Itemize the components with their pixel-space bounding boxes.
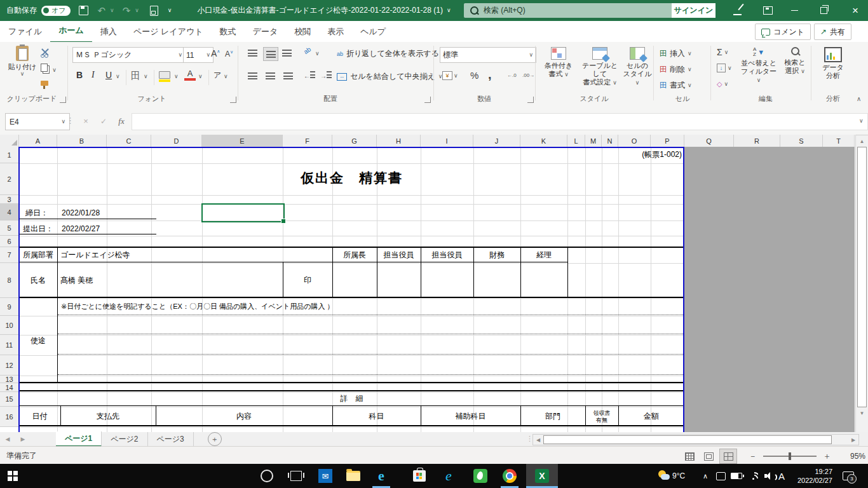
fill-color-button[interactable] (159, 71, 170, 82)
align-right-button[interactable] (283, 72, 293, 79)
find-select-button[interactable]: 検索と 選択 ∨ (782, 47, 808, 75)
cancel-button[interactable]: × (78, 113, 94, 129)
ink-icon[interactable] (724, 0, 750, 21)
cell-styles-button[interactable]: セルの スタイル ∨ (623, 47, 652, 86)
increase-indent-button[interactable]: → (320, 71, 332, 79)
redo-dropdown-icon[interactable]: ∨ (135, 8, 139, 13)
cell-detail-header-account[interactable]: 科目 (332, 407, 421, 426)
minimize-button[interactable] (782, 0, 807, 21)
cell-submit-label[interactable]: 提出日： (23, 222, 53, 236)
expand-formula-bar-icon[interactable]: ∨ (859, 118, 864, 124)
store-button[interactable] (407, 464, 432, 488)
cell-name-label[interactable]: 氏名 (19, 263, 57, 298)
column-header-B[interactable]: B (57, 135, 107, 147)
cell-detail-header-amount[interactable]: 金額 (618, 407, 684, 426)
wrap-text-button[interactable]: ab 折り返して全体を表示する (337, 48, 439, 59)
sheet-tab-page2[interactable]: ページ2 (102, 432, 147, 446)
task-view-button[interactable] (283, 464, 309, 488)
column-header-L[interactable]: L (567, 135, 585, 147)
page-layout-view-button[interactable] (700, 449, 717, 463)
save-icon[interactable] (79, 6, 88, 15)
cell-form-code[interactable]: (帳票1-002) (543, 149, 682, 159)
font-family-select[interactable]: ＭＳ Ｐゴシック ∨ (72, 47, 186, 63)
tray-overflow-icon[interactable]: ∧ (698, 464, 713, 488)
chrome-button[interactable] (497, 464, 522, 488)
tab-home[interactable]: ホーム (50, 20, 92, 43)
row-header-5[interactable]: 5 (0, 220, 19, 236)
zoom-slider-thumb[interactable] (789, 452, 791, 460)
tab-help[interactable]: ヘルプ (352, 21, 394, 42)
row-header-7[interactable]: 7 (0, 247, 19, 263)
cell-usage-label[interactable]: 使途 (19, 298, 57, 383)
cell-closing-date[interactable]: 2022/01/28 (62, 206, 100, 220)
comma-style-button[interactable]: , (488, 67, 492, 82)
conditional-formatting-button[interactable]: 条件付き 書式 ∨ (540, 47, 577, 78)
internet-explorer-button[interactable]: e (436, 464, 461, 488)
column-header-P[interactable]: P (651, 135, 684, 147)
cell-detail-header-subaccount[interactable]: 補助科目 (421, 407, 520, 426)
close-button[interactable]: × (843, 0, 868, 21)
row-header-10[interactable]: 10 (0, 316, 19, 335)
number-dialog-launcher[interactable] (527, 97, 534, 103)
tab-file[interactable]: ファイル (0, 21, 50, 42)
battery-icon[interactable] (728, 464, 745, 488)
action-center-icon[interactable]: 3 (837, 464, 859, 488)
enter-button[interactable]: ✓ (95, 113, 112, 129)
excel-taskbar-button[interactable]: X (526, 464, 558, 488)
zoom-slider[interactable] (763, 456, 817, 457)
shrink-font-button[interactable]: A∨ (225, 50, 233, 58)
tab-insert[interactable]: 挿入 (92, 21, 125, 42)
font-size-select[interactable]: 11 ∨ (183, 47, 214, 63)
row-header-2[interactable]: 2 (0, 163, 19, 195)
cell-name-value[interactable]: 髙橋 美穂 (60, 263, 93, 298)
vertical-scrollbar[interactable]: ▲ ▼ (855, 135, 868, 433)
signin-button[interactable]: サインイン (672, 3, 715, 18)
redo-icon[interactable]: ↷ (123, 5, 131, 17)
align-left-button[interactable] (248, 72, 257, 79)
column-header-O[interactable]: O (618, 135, 651, 147)
scroll-down-icon[interactable]: ▼ (856, 407, 868, 419)
vertical-scroll-thumb[interactable] (857, 147, 867, 407)
row-header-3[interactable]: 3 (0, 195, 19, 204)
row-header-4[interactable]: 4 (0, 204, 20, 220)
cell-detail-title[interactable]: 詳 細 (19, 391, 684, 406)
print-preview-icon[interactable] (150, 6, 158, 16)
column-header-Q[interactable]: Q (684, 135, 734, 147)
collapse-ribbon-button[interactable]: ∧ (857, 95, 861, 102)
column-header-H[interactable]: H (377, 135, 421, 147)
cell-closing-label[interactable]: 締日： (25, 206, 48, 220)
format-cells-button[interactable]: 田 書式 ∨ (660, 80, 692, 91)
title-dropdown-icon[interactable]: ∨ (447, 8, 451, 13)
column-header-K[interactable]: K (520, 135, 567, 147)
row-header-15[interactable]: 15 (0, 392, 19, 407)
fill-handle[interactable] (281, 219, 286, 224)
cell-detail-header-receipt[interactable]: 領収書有無 (585, 407, 618, 426)
autosum-button[interactable]: Σ ∨ (717, 47, 728, 57)
page-break-view-button[interactable] (719, 449, 737, 464)
clipboard-dialog-launcher[interactable] (60, 97, 66, 103)
cell-usage-note[interactable]: ※日付ごとに使途を明記すること（EX：〇月〇日 備品の購入、イベント用品の購入 … (61, 300, 334, 313)
percent-style-button[interactable]: % (470, 70, 478, 81)
row-header-14[interactable]: 14 (0, 383, 19, 392)
tab-view[interactable]: 表示 (319, 21, 352, 42)
cell-stamp-label[interactable]: 印 (283, 263, 332, 298)
tab-page-layout[interactable]: ページ レイアウト (125, 21, 212, 42)
grow-font-button[interactable]: A∧ (211, 48, 220, 58)
tablet-mode-icon[interactable] (713, 464, 728, 488)
data-analysis-button[interactable]: データ 分析 (817, 47, 849, 80)
cell-form-title[interactable]: 仮出金 精算書 (19, 168, 684, 188)
decrease-indent-button[interactable]: ← (304, 71, 315, 79)
column-header-S[interactable]: S (780, 135, 823, 147)
clock[interactable]: 19:27 2022/02/27 (790, 466, 832, 486)
sheet-nav-right-icon[interactable]: ▶ (15, 436, 31, 442)
row-header-11[interactable]: 11 (0, 335, 19, 355)
insert-function-button[interactable]: fx (113, 113, 130, 129)
row-header-16[interactable]: 16 (0, 407, 19, 427)
accounting-format-button[interactable]: ¥ ∨ (442, 71, 458, 80)
cell-approver-2[interactable]: 担当役員 (377, 247, 421, 263)
share-button[interactable]: ↗ 共有 (814, 24, 851, 40)
new-sheet-button[interactable]: ＋ (208, 432, 222, 446)
align-top-button[interactable] (248, 50, 257, 57)
comments-button[interactable]: コメント (755, 24, 811, 40)
cell-detail-header-payee[interactable]: 支払先 (60, 407, 156, 426)
